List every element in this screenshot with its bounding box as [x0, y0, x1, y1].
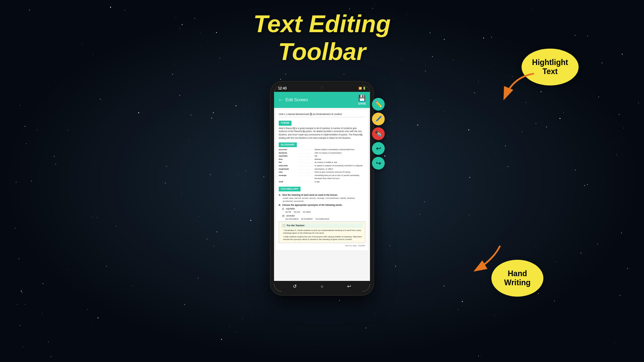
- vocab-a: A. Give the meaning of each word as used…: [279, 193, 365, 202]
- vocab-b-item: (i) equitable (a) fair(b) just(c) equal: [282, 207, 365, 213]
- toolbar-buttons: ✏️ 🖊️ ✒️ ↩ ↪: [372, 98, 385, 170]
- nav-home-icon[interactable]: ○: [321, 284, 323, 289]
- title-line2: Toolbar: [253, 38, 390, 66]
- glossary-dots: ............: [299, 155, 313, 158]
- glossary-dots: ............: [299, 174, 313, 180]
- vocab-word: ancestor: [286, 215, 295, 217]
- highlight-icon: ✏️: [375, 101, 382, 108]
- glossary-row: destitute ............ with no money or …: [279, 152, 365, 155]
- glossary-row: equitable ............ fair: [279, 155, 365, 158]
- glossary-word: revenge: [279, 174, 297, 180]
- vocab-a-words: model, piety, eternal, earned, sermon, r…: [279, 197, 365, 202]
- title-line1: Text Editing: [253, 10, 390, 38]
- vocab-option: (c) predecessor: [315, 218, 329, 220]
- teacher-bullet: • Vocabulary A: Guide students to pick o…: [281, 229, 363, 235]
- unit-text: Unit-1 | Hazrat Muhammad ﷺ an Embodiment…: [279, 113, 342, 116]
- unit-header: Unit-1 | Hazrat Muhammad ﷺ an Embodiment…: [279, 113, 365, 118]
- glossary-definition: distant relation somebody is descended f…: [315, 148, 365, 152]
- edit-screen-label: Edit Screen: [285, 97, 308, 102]
- undo-icon: ↩: [376, 145, 381, 152]
- glossary-word: equitable: [279, 155, 297, 158]
- undo-button[interactable]: ↩: [372, 142, 385, 155]
- glossary-definition: something that you do to hurt or punish …: [315, 174, 365, 180]
- glossary-word: owe: [279, 171, 297, 174]
- pen-icon: ✒️: [375, 130, 382, 137]
- teacher-bullets: • Vocabulary A: Guide students to pick o…: [281, 229, 363, 241]
- glossary-definition: have to give someone amount of money: [315, 171, 365, 174]
- vocab-options: (a) fair(b) just(c) equal: [282, 210, 365, 213]
- vocab-option: (b) just: [294, 211, 300, 213]
- vocab-num: (ii): [282, 215, 284, 217]
- glossary-row: ancestor ............ distant relation s…: [279, 148, 365, 152]
- handwriting-arrow: [473, 243, 506, 277]
- marker-icon: 🖊️: [375, 115, 382, 123]
- vocab-b-instruction: Choose the appropriate synonyms of the f…: [282, 203, 343, 206]
- glossary-definition: to speak in support of somebody involved…: [315, 164, 365, 168]
- back-arrow-icon[interactable]: ←: [278, 97, 283, 103]
- vocab-options: (a) antecedent(b) forefather(c) predeces…: [282, 218, 365, 220]
- header-left: ← Edit Screen: [278, 97, 308, 103]
- phone-screen: 12:43 📶 🔋 ← Edit Screen 💾 SAVE: [274, 85, 370, 292]
- highlight-arrow: [500, 70, 540, 111]
- redo-button[interactable]: ↪: [372, 157, 385, 170]
- glossary-word: ancestor: [279, 148, 297, 152]
- phone-bottom-nav: ↺ ○ ↩: [274, 281, 370, 292]
- pen-tool-button[interactable]: ✒️: [372, 127, 385, 140]
- glossary-table: ancestor ............ distant relation s…: [279, 148, 365, 184]
- status-time: 12:43: [278, 86, 287, 90]
- glossary-word: seek: [279, 180, 297, 184]
- save-button[interactable]: 💾 SAVE: [358, 95, 366, 105]
- glossary-dots: ............: [299, 158, 313, 161]
- phone-outer: 12:43 📶 🔋 ← Edit Screen 💾 SAVE: [270, 81, 374, 296]
- vocab-option: (a) fair: [285, 211, 291, 213]
- phone-wrapper: 12:43 📶 🔋 ← Edit Screen 💾 SAVE: [270, 81, 374, 296]
- glossary-header: GLOSSARY: [279, 142, 297, 147]
- nav-back-icon[interactable]: ↺: [293, 284, 297, 289]
- nav-recents-icon[interactable]: ↩: [347, 284, 351, 289]
- marker-tool-button[interactable]: 🖊️: [372, 113, 385, 125]
- teacher-box: 📋 For the Teacher: • Vocabulary A: Guide…: [279, 222, 365, 243]
- redo-icon: ↪: [376, 160, 381, 167]
- glossary-dots: ............: [299, 152, 313, 155]
- glossary-row: revenge ............ something that you …: [279, 174, 365, 180]
- theme-paragraph: Allah's Rasool ﷺ is a great example to a…: [279, 127, 365, 140]
- glossary-definition: definite: [315, 158, 365, 161]
- glossary-dots: ............: [299, 168, 313, 171]
- vocab-b: B. Choose the appropriate synonyms of th…: [279, 203, 365, 220]
- glossary-word: foe: [279, 161, 297, 164]
- theme-section-header: THEME: [279, 121, 291, 126]
- vocab-b-label: B.: [279, 203, 281, 206]
- vocab-option: (a) antecedent: [285, 218, 299, 220]
- glossary-row: magnitude ............ importance, or ef…: [279, 168, 365, 171]
- vocab-option: (b) forefather: [301, 218, 313, 220]
- glossary-dots: ............: [299, 161, 313, 164]
- vocab-header: VOCABULARY: [279, 187, 301, 192]
- vocab-option: (c) equal: [303, 211, 311, 213]
- glossary-dots: ............: [299, 164, 313, 168]
- glossary-row: seek ............ to got: [279, 180, 365, 184]
- glossary-dots: ............: [299, 180, 313, 184]
- glossary-definition: fair: [315, 155, 365, 158]
- teacher-bullet: • Help students explore the use of synon…: [281, 235, 363, 241]
- glossary-row: firm ............ definite: [279, 158, 365, 161]
- glossary-definition: importance, or effect: [315, 168, 365, 171]
- teacher-header: 📋 For the Teacher:: [281, 223, 363, 228]
- content-area[interactable]: Unit-1 | Hazrat Muhammad ﷺ an Embodiment…: [274, 108, 370, 281]
- glossary-definition: to got: [315, 180, 365, 184]
- vocab-a-label: A.: [279, 193, 281, 196]
- glossary-section: GLOSSARY ancestor ............ distant r…: [279, 141, 365, 184]
- document-footer: Not For Sale - PESRP: [279, 244, 365, 247]
- document-page: Unit-1 | Hazrat Muhammad ﷺ an Embodiment…: [276, 110, 368, 250]
- app-header: ← Edit Screen 💾 SAVE: [274, 92, 370, 108]
- vocab-num: (i): [282, 207, 284, 210]
- vocab-section: VOCABULARY A. Give the meaning of each w…: [279, 185, 365, 220]
- vocab-b-item: (ii) ancestor (a) antecedent(b) forefath…: [282, 214, 365, 220]
- highlight-tool-button[interactable]: ✏️: [372, 98, 385, 111]
- glossary-row: foe ............ an enemy in battle or w…: [279, 161, 365, 164]
- glossary-word: magnitude: [279, 168, 297, 171]
- glossary-word: destitute: [279, 152, 297, 155]
- status-icons: 📶 🔋: [359, 87, 366, 90]
- vocab-word: equitable: [286, 207, 295, 210]
- glossary-row: owe ............ have to give someone am…: [279, 171, 365, 174]
- vocab-a-instruction: Give the meaning of each word as used in…: [282, 193, 338, 196]
